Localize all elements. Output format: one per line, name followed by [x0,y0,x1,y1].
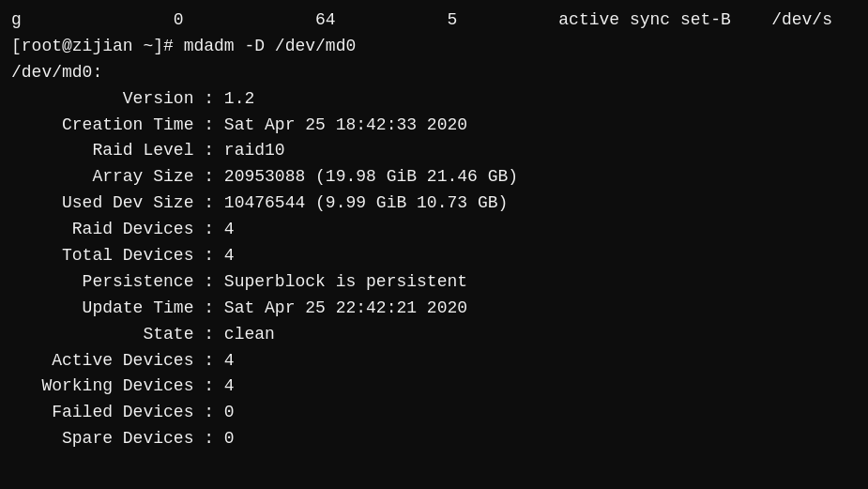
device-line: /dev/md0: [11,60,857,86]
version-line: Version : 1.2 [11,86,857,113]
command-line: [root@zijian ~]# mdadm -D /dev/md0 [11,34,857,60]
state-line: State : clean [11,322,857,348]
failed-devices-line: Failed Devices : 0 [11,400,857,426]
used-dev-size-line: Used Dev Size : 10476544 (9.99 GiB 10.73… [11,191,857,217]
persistence-line: Persistence : Superblock is persistent [11,269,857,296]
raid-devices-line: Raid Devices : 4 [11,217,857,243]
partial-top-line: g 0 64 5 active sync set-B /dev/s [11,8,857,34]
active-devices-line: Active Devices : 4 [11,348,857,374]
total-devices-line: Total Devices : 4 [11,243,857,269]
array-size-line: Array Size : 20953088 (19.98 GiB 21.46 G… [11,164,857,191]
terminal-window: g 0 64 5 active sync set-B /dev/s [root@… [0,0,868,489]
creation-time-line: Creation Time : Sat Apr 25 18:42:33 2020 [11,113,857,139]
working-devices-line: Working Devices : 4 [11,374,857,400]
spare-devices-line: Spare Devices : 0 [11,426,857,452]
update-time-line: Update Time : Sat Apr 25 22:42:21 2020 [11,296,857,322]
raid-level-line: Raid Level : raid10 [11,138,857,164]
